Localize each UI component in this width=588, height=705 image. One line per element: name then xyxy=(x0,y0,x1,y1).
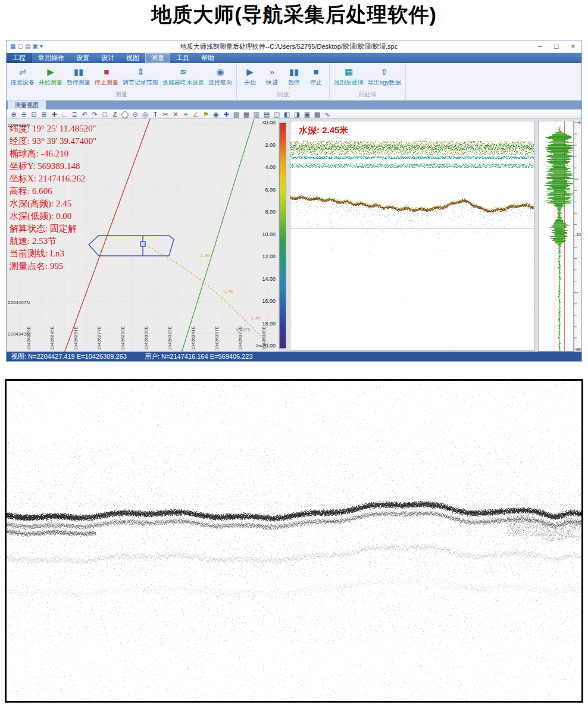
playback-stop-button[interactable]: ■ 停止 xyxy=(306,65,326,86)
open-icon[interactable]: ▤ xyxy=(25,40,30,52)
ribbon-group-measure: ⇌ 连接设备 ▶ 开始测量 ▮▮ 暂停测量 ■ 停止测量 ⇕ xyxy=(7,63,237,100)
group-label-playback: 回放 xyxy=(237,90,329,100)
status-user-coords: 用户: N=2147416.164 E=569406.223 xyxy=(145,352,253,361)
tab-design[interactable]: 设计 xyxy=(95,53,120,63)
export-sgy-button[interactable]: ⇧ 导出sgy数据 xyxy=(367,65,402,86)
redo-icon[interactable]: ↷ xyxy=(90,110,99,118)
app-window: ▦▢▤▣▾ 地质大师浅剖测量后处理软件--C:/Users/52795/Desk… xyxy=(6,40,582,362)
zoom-extents-icon[interactable]: ⊞ xyxy=(39,110,49,118)
tab-measure[interactable]: 测量 xyxy=(145,53,170,63)
target-icon[interactable]: ◉ xyxy=(211,110,221,118)
save-icon[interactable]: ▣ xyxy=(32,40,37,52)
tab-view[interactable]: 视图 xyxy=(120,53,145,63)
new-icon[interactable]: ▢ xyxy=(17,40,23,52)
select-rect-icon[interactable]: ◻ xyxy=(100,110,110,118)
subbottom-postprocess-button[interactable]: ▦ 浅剖后处理 xyxy=(333,65,365,86)
ribbon-tab-bar: 工程 常用操作 设置 设计 视图 测量 工具 帮助 xyxy=(7,53,581,63)
tab-measure-view[interactable]: 测量视图 xyxy=(8,101,46,109)
maximize-button[interactable]: □ xyxy=(548,40,565,52)
ribbon-group-playback: ▶ 开始 » 快进 ▮▮ 暂停 ■ 停止 回放 xyxy=(237,63,330,100)
flag-icon[interactable]: ⚑ xyxy=(201,110,211,118)
view-tab-strip: 测量视图 xyxy=(7,101,581,109)
stop-survey-button[interactable]: ■ 停止测量 xyxy=(93,65,120,86)
ruler-label: 0 xyxy=(578,121,581,125)
chart-icon[interactable]: ▧ xyxy=(232,110,241,118)
ellipse-icon[interactable]: ◯ xyxy=(120,110,130,118)
rows-icon[interactable]: ▤ xyxy=(262,110,271,118)
waveform-icon[interactable]: ∿ xyxy=(323,110,332,118)
colorbar-labels: <0.002.004.006.008.0010.0012.0014.0016.0… xyxy=(241,120,276,349)
ribbon-group-postprocess: ▦ 浅剖后处理 ⇧ 导出sgy数据 后处理 xyxy=(330,63,406,100)
zoom-realtime-icon[interactable]: Z xyxy=(110,110,120,118)
pan-icon[interactable]: ✚ xyxy=(49,110,59,118)
customize-toolbar-icon[interactable]: ▾ xyxy=(40,40,43,52)
close-button[interactable]: × xyxy=(565,40,581,52)
connect-device-button[interactable]: ⇌ 连接设备 xyxy=(10,65,36,86)
minimize-button[interactable]: – xyxy=(531,40,548,52)
ribbon: ⇌ 连接设备 ▶ 开始测量 ▮▮ 暂停测量 ■ 停止测量 ⇕ xyxy=(7,63,581,101)
position-info: 纬度: 19° 25' 11.48520''经度: 93° 39' 39.474… xyxy=(10,123,96,272)
track-speed-label: 1.40 xyxy=(224,289,234,294)
tab-help[interactable]: 帮助 xyxy=(195,53,220,63)
echogram-image xyxy=(290,121,534,350)
zoom-in-icon[interactable]: ⊕ xyxy=(9,110,18,118)
crosshair-icon[interactable]: ⌖ xyxy=(181,110,190,118)
transducer-draft-button[interactable]: ≋ 换能器吃水设置 xyxy=(161,65,205,86)
playback-start-button[interactable]: ▶ 开始 xyxy=(240,65,260,86)
workarea: 纬度: 19° 25' 11.48520''经度: 93° 39' 39.474… xyxy=(7,119,581,352)
measure-angle-icon[interactable]: ∟ xyxy=(60,110,69,118)
pause-survey-button[interactable]: ▮▮ 暂停测量 xyxy=(65,65,92,86)
window-title: 地质大师浅剖测量后处理软件--C:/Users/52795/Desktop/胶漂… xyxy=(46,42,531,51)
adjust-record-range-button[interactable]: ⇕ 调节记录范围 xyxy=(121,65,159,86)
signal-trace-panel xyxy=(538,121,574,352)
page: 地质大师(导航采集后处理软件) ▦▢▤▣▾ 地质大师浅剖测量后处理软件--C:/… xyxy=(0,0,588,705)
quick-access-toolbar: ▦▢▤▣▾ xyxy=(7,40,46,52)
angle-icon[interactable]: ∠ xyxy=(191,110,201,118)
page-title: 地质大师(导航采集后处理软件) xyxy=(0,1,588,29)
start-survey-button[interactable]: ▶ 开始测量 xyxy=(37,65,64,86)
point-icon[interactable]: ◎ xyxy=(140,110,150,118)
signal-trace-image xyxy=(539,121,573,351)
window-icon[interactable]: ▣ xyxy=(302,110,312,118)
echogram-view[interactable]: 水深: 2.45米 xyxy=(290,121,534,351)
tab-tools[interactable]: 工具 xyxy=(170,53,195,63)
shade-icon[interactable]: ▩ xyxy=(312,110,322,118)
select-heading-button[interactable]: ◉ 选择航向 xyxy=(207,65,233,86)
subbottom-profile-image xyxy=(7,381,581,701)
cut-icon[interactable]: ✂ xyxy=(161,110,170,118)
tab-common-operations[interactable]: 常用操作 xyxy=(32,53,70,63)
zoom-window-icon[interactable]: ⊡ xyxy=(29,110,39,118)
depth-ruler: 0 10 20 xyxy=(574,121,581,352)
group-label-measure: 测量 xyxy=(7,90,236,100)
titlebar: ▦▢▤▣▾ 地质大师浅剖测量后处理软件--C:/Users/52795/Desk… xyxy=(7,40,581,53)
circle-icon[interactable]: ⊙ xyxy=(130,110,140,118)
tab-project[interactable]: 工程 xyxy=(7,53,32,63)
delete-icon[interactable]: ✕ xyxy=(171,110,180,118)
zoom-out-icon[interactable]: ⊖ xyxy=(19,110,29,118)
window-controls: – □ × xyxy=(531,40,581,52)
grid-icon[interactable]: ▦ xyxy=(242,110,251,118)
playback-pause-button[interactable]: ▮▮ 暂停 xyxy=(284,65,304,86)
ruler-label: 10 xyxy=(576,233,581,237)
playback-fast-forward-button[interactable]: » 快进 xyxy=(262,65,282,86)
table-icon[interactable]: ◫ xyxy=(272,110,282,118)
map-view[interactable]: 纬度: 19° 25' 11.48520''经度: 93° 39' 39.474… xyxy=(7,119,278,353)
group-label-postprocess: 后处理 xyxy=(330,90,405,100)
columns-icon[interactable]: ▥ xyxy=(252,110,261,118)
tab-settings[interactable]: 设置 xyxy=(70,53,95,63)
icon-toolbar: ⊕⊖⊡⊞✚∟≣↶↷◻Z◯⊙◎T✂✕⌖∠⚑◉✚▧▦▥▤◫◧◨▣▩∿ xyxy=(7,109,581,119)
app-icon[interactable]: ▦ xyxy=(10,40,15,52)
track-speed-label: 1.40 xyxy=(201,253,210,258)
northing-label: 2204471N xyxy=(8,123,30,128)
boat-symbol xyxy=(89,236,174,256)
split-horizontal-icon[interactable]: ◧ xyxy=(282,110,292,118)
split-vertical-icon[interactable]: ◨ xyxy=(292,110,302,118)
depth-colorbar xyxy=(279,123,286,349)
status-bar: 视图: N=2204427.419 E=10426309.263 用户: N=2… xyxy=(7,352,581,361)
undo-icon[interactable]: ↶ xyxy=(80,110,89,118)
text-icon[interactable]: T xyxy=(151,110,160,118)
layers-icon[interactable]: ≣ xyxy=(70,110,79,118)
subbottom-profile-panel xyxy=(5,379,583,703)
move-icon[interactable]: ✚ xyxy=(221,110,231,118)
easting-labels: 10426213E10426229E10426245E10426261E1042… xyxy=(10,343,274,350)
